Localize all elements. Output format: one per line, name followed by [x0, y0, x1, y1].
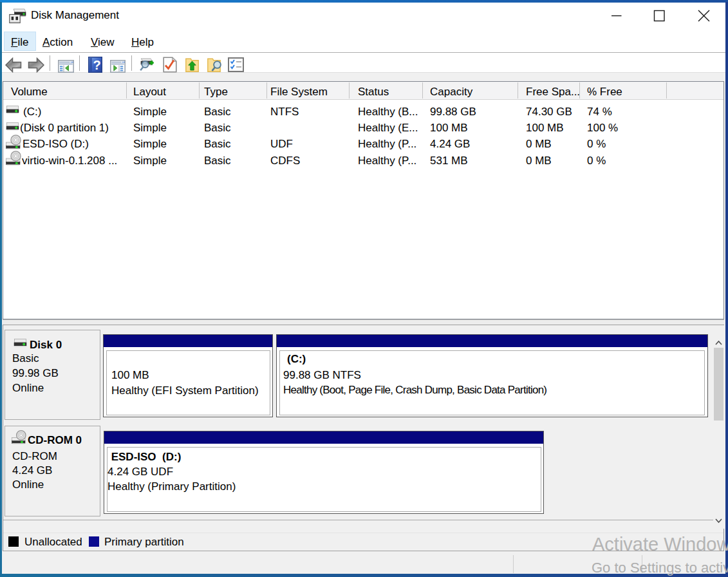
svg-text:?: ?: [93, 58, 100, 72]
